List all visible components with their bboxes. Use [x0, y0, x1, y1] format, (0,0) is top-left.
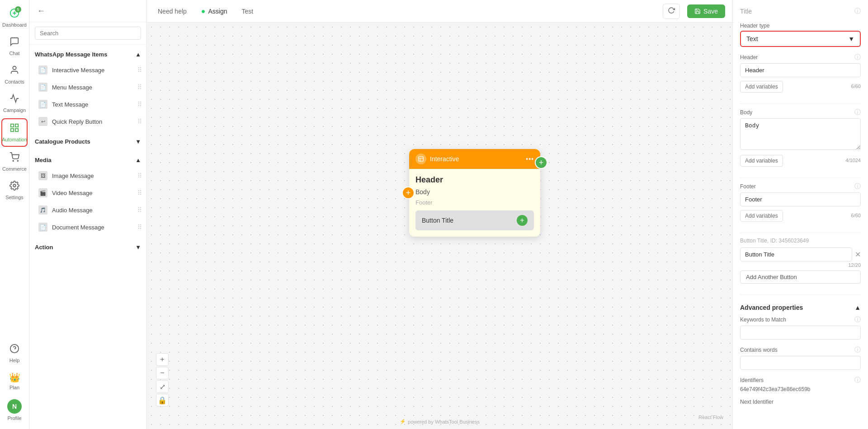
sidebar-item-text-left: 📄 Text Message	[38, 100, 88, 109]
nav-item-commerce[interactable]: Commerce	[1, 149, 28, 175]
header-input[interactable]	[740, 63, 861, 77]
drag-handle-text[interactable]: ⠿	[137, 101, 141, 108]
zoom-out-button[interactable]: −	[156, 367, 169, 379]
node-add-left-button[interactable]: +	[402, 187, 415, 199]
drag-handle-video[interactable]: ⠿	[137, 189, 141, 196]
nav-label-automation: Automation	[2, 137, 27, 142]
sidebar-item-interactive[interactable]: 📄 Interactive Message ⠿	[29, 61, 146, 79]
advanced-section-header[interactable]: Advanced properties ▲	[740, 299, 861, 316]
nav-item-profile[interactable]: N Profile	[1, 396, 28, 424]
nav-item-plan[interactable]: 👑 Plan	[1, 368, 28, 394]
video-icon: 🎬	[38, 188, 47, 197]
search-input[interactable]	[35, 27, 141, 40]
footer-add-variables-button[interactable]: Add variables	[740, 210, 783, 222]
keywords-field: Keywords to Match ⓘ	[740, 316, 861, 340]
section-header-catalogue[interactable]: Catalogue Products ▼	[29, 134, 146, 149]
header-type-select[interactable]: Text ▼	[740, 31, 861, 47]
sidebar-item-menu[interactable]: 📄 Menu Message ⠿	[29, 79, 146, 96]
drag-handle-image[interactable]: ⠿	[137, 172, 141, 179]
sidebar-item-document[interactable]: 📄 Document Message ⠿	[29, 219, 146, 236]
identifiers-label-row: Identifiers ⓘ	[740, 376, 861, 384]
svg-rect-5	[11, 129, 14, 131]
nav-label-profile: Profile	[7, 415, 21, 421]
nav-item-contacts[interactable]: Contacts	[1, 61, 28, 88]
add-another-button-button[interactable]: Add Another Button	[740, 270, 861, 284]
drag-handle-menu[interactable]: ⠿	[137, 84, 141, 91]
sidebar-item-label-interactive: Interactive Message	[52, 67, 104, 74]
panel-title-info-icon[interactable]: ⓘ	[854, 7, 861, 15]
nav-item-campaign[interactable]: Campaign	[1, 90, 28, 117]
zoom-in-button[interactable]: +	[156, 353, 169, 366]
nav-label-campaign: Campaign	[3, 107, 26, 113]
assign-button[interactable]: ● Assign	[198, 5, 231, 17]
flow-node: + + Interactive ••• Header Body Footer	[409, 149, 540, 237]
audio-icon: 🎵	[38, 205, 47, 214]
interactive-icon: 📄	[38, 65, 47, 75]
node-header-text: Header	[415, 175, 534, 185]
drag-handle-audio[interactable]: ⠿	[137, 206, 141, 214]
nav-item-dashboard[interactable]: Dashboard	[1, 5, 28, 31]
sidebar-item-text[interactable]: 📄 Text Message ⠿	[29, 96, 146, 113]
button-title-remove-button[interactable]: ✕	[855, 250, 861, 259]
nav-item-help[interactable]: Help	[1, 340, 28, 367]
drag-handle-qr[interactable]: ⠿	[137, 118, 141, 125]
section-header-media[interactable]: Media ▲	[29, 152, 146, 167]
node-header: Interactive •••	[409, 149, 540, 169]
flow-canvas[interactable]: + + Interactive ••• Header Body Footer	[147, 23, 732, 429]
contains-info-icon[interactable]: ⓘ	[854, 346, 861, 354]
quickreply-icon: ↩	[38, 117, 47, 126]
sidebar-item-video[interactable]: 🎬 Video Message ⠿	[29, 184, 146, 201]
menu-icon: 📄	[38, 83, 47, 92]
drag-handle[interactable]: ⠿	[137, 66, 141, 74]
avatar: N	[7, 399, 22, 414]
body-textarea[interactable]: Body	[740, 118, 861, 150]
sidebar-header: ←	[29, 0, 146, 22]
body-add-variables-button[interactable]: Add variables	[740, 155, 783, 167]
divider-4	[740, 294, 861, 295]
react-flow-label: React Flow	[698, 415, 723, 420]
sidebar-item-audio[interactable]: 🎵 Audio Message ⠿	[29, 201, 146, 219]
header-add-variables-button[interactable]: Add variables	[740, 81, 783, 93]
header-type-label-text: Header type	[740, 23, 769, 29]
section-header-whatsapp[interactable]: WhatsApp Message Items ▲	[29, 47, 146, 61]
section-header-action[interactable]: Action ▼	[29, 239, 146, 254]
footer-info-icon[interactable]: ⓘ	[854, 182, 861, 191]
footer-input[interactable]	[740, 192, 861, 206]
back-button[interactable]: ←	[35, 5, 47, 17]
contains-label-row: Contains words ⓘ	[740, 346, 861, 354]
sidebar-item-quickreply-left: ↩ Quick Reply Button	[38, 117, 102, 126]
body-info-icon[interactable]: ⓘ	[854, 108, 861, 117]
panel-title: Title	[740, 8, 752, 15]
save-button[interactable]: Save	[687, 5, 725, 18]
keywords-info-icon[interactable]: ⓘ	[854, 316, 861, 324]
identifiers-info-icon[interactable]: ⓘ	[854, 376, 861, 384]
refresh-button[interactable]	[663, 4, 680, 19]
dashboard-icon	[9, 8, 19, 20]
sidebar-item-image[interactable]: 🖼 Image Message ⠿	[29, 167, 146, 184]
nav-item-chat[interactable]: Chat	[1, 33, 28, 60]
test-link[interactable]: Test	[238, 6, 257, 17]
node-body-text: Body	[415, 188, 534, 196]
footer-label: Footer	[740, 183, 756, 190]
drag-handle-document[interactable]: ⠿	[137, 224, 141, 231]
svg-rect-3	[15, 124, 18, 127]
sidebar-item-quickreply[interactable]: ↩ Quick Reply Button ⠿	[29, 113, 146, 130]
node-add-right-button[interactable]: +	[535, 156, 547, 169]
lock-button[interactable]: 🔒	[156, 394, 169, 406]
keywords-label: Keywords to Match	[740, 317, 786, 323]
nav-item-settings[interactable]: Settings	[1, 177, 28, 204]
node-button: Button Title +	[415, 210, 534, 230]
node-menu-icon[interactable]: •••	[526, 155, 534, 163]
header-type-field: Header type Text ▼	[740, 23, 861, 47]
button-title-field: Button Title, ID: 3456023649 ✕ 12/20 Add…	[740, 238, 861, 284]
contains-input[interactable]	[740, 356, 861, 370]
node-button-add[interactable]: +	[517, 215, 528, 226]
keywords-input[interactable]	[740, 326, 861, 340]
nav-label-commerce: Commerce	[2, 166, 27, 172]
fit-view-button[interactable]: ⤢	[156, 380, 169, 393]
nav-label-contacts: Contacts	[5, 79, 24, 84]
nav-item-automation[interactable]: Automation	[1, 118, 28, 147]
header-info-icon[interactable]: ⓘ	[854, 53, 861, 61]
need-help-link[interactable]: Need help	[154, 6, 190, 17]
button-title-input[interactable]	[740, 247, 852, 261]
